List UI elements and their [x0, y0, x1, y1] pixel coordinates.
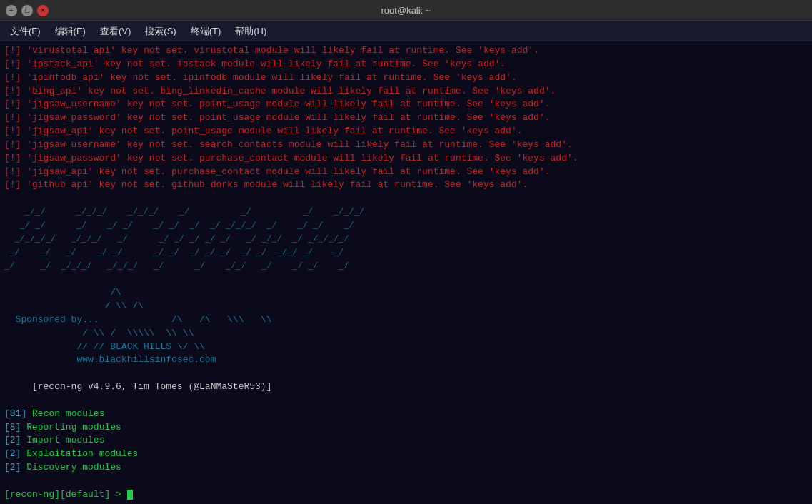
menu-bar: 文件(F) 编辑(E) 查看(V) 搜索(S) 终端(T) 帮助(H) [0, 21, 812, 41]
menu-view[interactable]: 查看(V) [93, 22, 138, 41]
close-button[interactable]: × [37, 5, 49, 16]
minimize-button[interactable]: − [6, 5, 17, 16]
window-title: root@kali: ~ [49, 5, 763, 16]
menu-help[interactable]: 帮助(H) [228, 22, 274, 41]
window-controls[interactable]: − □ × [6, 5, 49, 16]
menu-search[interactable]: 搜索(S) [138, 22, 183, 41]
menu-file[interactable]: 文件(F) [3, 22, 48, 41]
menu-terminal[interactable]: 终端(T) [184, 22, 229, 41]
terminal-output: [!] 'virustotal_api' key not set. virust… [4, 44, 808, 502]
terminal[interactable]: [!] 'virustotal_api' key not set. virust… [0, 41, 812, 504]
title-bar: − □ × root@kali: ~ [0, 0, 812, 21]
maximize-button[interactable]: □ [21, 5, 33, 16]
menu-edit[interactable]: 编辑(E) [48, 22, 93, 41]
